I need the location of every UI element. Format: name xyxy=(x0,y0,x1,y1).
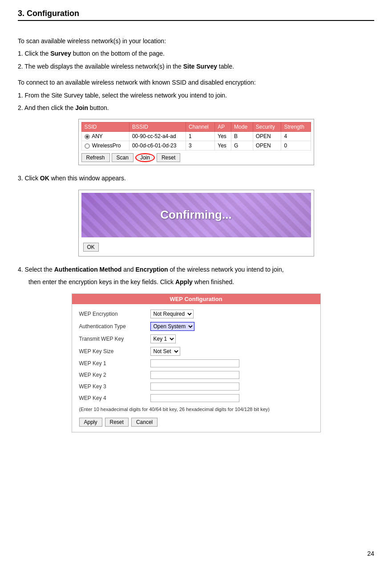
connect-step1: 1. From the Site Survey table, select th… xyxy=(18,90,374,100)
col-security: Security xyxy=(253,122,281,132)
ok-button[interactable]: OK xyxy=(83,243,99,252)
wep-field-label: WEP Encryption xyxy=(79,311,150,317)
page-number: 24 xyxy=(367,550,374,557)
wep-field-row: WEP Key 4 xyxy=(79,394,313,402)
reset-button[interactable]: Reset xyxy=(157,153,180,162)
col-ap: AP xyxy=(215,122,231,132)
step4-indent: then enter the encryption keys in the ke… xyxy=(28,277,374,287)
wep-select-wep-key-size[interactable]: Not Set xyxy=(150,347,180,356)
wep-input-wep-key-2[interactable] xyxy=(150,371,239,379)
wep-input-wep-key-4[interactable] xyxy=(150,394,239,402)
scan-intro-line1: To scan available wireless network(s) in… xyxy=(18,36,374,46)
wep-input-wep-key-1[interactable] xyxy=(150,359,239,367)
connect-intro-line1: To connect to an available wireless netw… xyxy=(18,77,374,87)
wep-field-label: WEP Key 1 xyxy=(79,360,150,366)
wep-select-transmit-wep-key[interactable]: Key 1 xyxy=(150,334,176,343)
ok-area: OK xyxy=(81,241,311,253)
site-survey-screenshot: SSID BSSID Channel AP Mode Security Stre… xyxy=(78,119,314,165)
wep-cancel-button[interactable]: Cancel xyxy=(131,418,158,427)
scan-intro-section: To scan available wireless network(s) in… xyxy=(18,36,374,71)
wep-apply-button[interactable]: Apply xyxy=(79,418,102,427)
step4-text: 4. Select the Authentication Method and … xyxy=(18,265,374,274)
wep-field-label: WEP Key 4 xyxy=(79,395,150,401)
scan-button[interactable]: Scan xyxy=(112,153,133,162)
page-heading: 3. Configuration xyxy=(18,9,374,21)
confirming-label: Confirming... xyxy=(160,208,231,222)
wep-title: WEP Configuration xyxy=(72,294,320,304)
step4-section: 4. Select the Authentication Method and … xyxy=(18,265,374,287)
confirming-screenshot: Confirming... OK xyxy=(78,190,314,257)
col-ssid: SSID xyxy=(81,122,129,132)
wep-field-row: Authentication TypeOpen System xyxy=(79,322,313,331)
col-channel: Channel xyxy=(186,122,215,132)
wep-field-row: WEP Key 3 xyxy=(79,383,313,391)
wep-reset-button[interactable]: Reset xyxy=(105,418,129,427)
table-row: ANY 00-90-cc-52-a4-ad 1 Yes B OPEN 4 xyxy=(81,132,311,141)
wep-config-screenshot: WEP Configuration WEP EncryptionNot Requ… xyxy=(72,293,321,433)
survey-buttons-row: Refresh Scan Join Reset xyxy=(81,153,311,162)
step3-section: 3. Click OK when this window appears. xyxy=(18,173,374,183)
col-mode: Mode xyxy=(231,122,253,132)
join-button[interactable]: Join xyxy=(135,153,155,162)
scan-step2: 2. The web displays the available wirele… xyxy=(18,61,374,71)
wep-field-row: WEP Key SizeNot Set xyxy=(79,347,313,356)
wep-select-wep-encryption[interactable]: Not Required xyxy=(150,309,194,318)
table-row: WirelessPro 00-0d-c6-01-0d-23 3 Yes G OP… xyxy=(81,141,311,151)
connect-step2: 2. And then click the Join button. xyxy=(18,103,374,113)
wep-field-row: WEP Key 2 xyxy=(79,371,313,379)
col-bssid: BSSID xyxy=(129,122,186,132)
wep-field-row: WEP Key 1 xyxy=(79,359,313,367)
step3-text: 3. Click OK when this window appears. xyxy=(18,173,374,183)
wep-field-label: WEP Key Size xyxy=(79,348,150,354)
connect-intro-section: To connect to an available wireless netw… xyxy=(18,77,374,113)
wep-body: WEP EncryptionNot RequiredAuthentication… xyxy=(72,304,320,432)
wep-buttons-row: Apply Reset Cancel xyxy=(79,418,313,427)
wep-field-label: WEP Key 3 xyxy=(79,383,150,390)
col-strength: Strength xyxy=(281,122,311,132)
wep-note: (Enter 10 hexadecimal digits for 40/64 b… xyxy=(79,406,313,414)
wep-field-row: Transmit WEP KeyKey 1 xyxy=(79,334,313,343)
site-survey-table: SSID BSSID Channel AP Mode Security Stre… xyxy=(81,122,311,151)
wep-input-wep-key-3[interactable] xyxy=(150,383,239,391)
wep-field-label: Transmit WEP Key xyxy=(79,336,150,342)
refresh-button[interactable]: Refresh xyxy=(81,153,110,162)
wep-field-row: WEP EncryptionNot Required xyxy=(79,309,313,318)
confirming-image: Confirming... xyxy=(81,193,311,237)
wep-field-label: WEP Key 2 xyxy=(79,372,150,378)
scan-step1: 1. Click the Survey button on the bottom… xyxy=(18,49,374,58)
wep-field-label: Authentication Type xyxy=(79,323,150,330)
wep-select-authentication-type[interactable]: Open System xyxy=(150,322,194,331)
